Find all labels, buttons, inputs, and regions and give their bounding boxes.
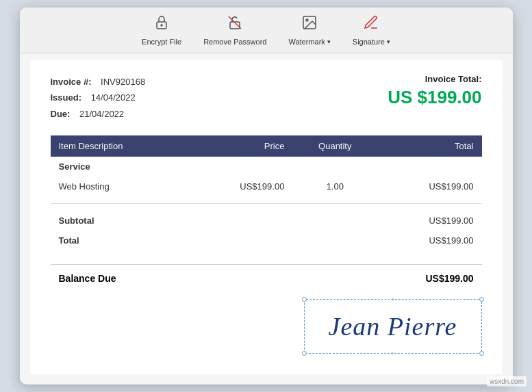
invoice-due-row: Due: 21/04/2022	[51, 106, 146, 122]
section-label: Service	[51, 157, 189, 177]
invoice-due-label: Due:	[51, 109, 71, 119]
table-row: Web Hosting US$199.00 1.00 US$199.00	[51, 177, 482, 196]
signature-box: Jean Pierre	[304, 299, 482, 354]
signature-button[interactable]: Signature ▾	[353, 14, 390, 46]
invoice-meta: Invoice #: INV920168 Issued: 14/04/2022 …	[51, 74, 146, 122]
invoice-content: Invoice #: INV920168 Issued: 14/04/2022 …	[30, 60, 503, 374]
invoice-due-value: 21/04/2022	[79, 109, 124, 119]
table-header-row: Item Description Price Quantity Total	[51, 135, 482, 157]
invoice-total-section: Invoice Total: US $199.00	[388, 74, 481, 108]
main-window: Encrypt File Remove Password	[20, 8, 513, 384]
encrypt-file-label: Encrypt File	[142, 38, 181, 46]
encrypt-file-button[interactable]: Encrypt File	[142, 14, 181, 46]
invoice-total-label: Invoice Total:	[388, 74, 481, 84]
svg-point-1	[161, 25, 162, 26]
table-row: Service	[51, 157, 482, 177]
total-row-label: Total	[51, 231, 378, 250]
toolbar: Encrypt File Remove Password	[20, 8, 513, 53]
corner-bl	[302, 351, 307, 356]
subtotal-label: Subtotal	[51, 211, 378, 231]
invoice-issued-row: Issued: 14/04/2022	[51, 90, 146, 105]
corner-tr	[479, 297, 484, 302]
invoice-number-label: Invoice #:	[51, 77, 92, 87]
signature-label: Signature ▾	[353, 38, 390, 46]
item-total: US$199.00	[377, 177, 481, 196]
remove-password-label: Remove Password	[203, 38, 266, 46]
invoice-table: Item Description Price Quantity Total Se…	[51, 135, 482, 250]
item-description: Web Hosting	[51, 177, 189, 196]
total-row: Total US$199.00	[51, 231, 482, 250]
watermark-button[interactable]: Watermark ▾	[288, 14, 330, 46]
subtotal-value: US$199.00	[377, 211, 481, 231]
invoice-number-row: Invoice #: INV920168	[51, 74, 146, 90]
balance-due-row: Balance Due US$199.00	[51, 264, 482, 292]
remove-password-button[interactable]: Remove Password	[203, 14, 266, 46]
total-row-value: US$199.00	[377, 231, 481, 250]
col-total: Total	[377, 135, 481, 157]
col-description: Item Description	[51, 135, 189, 157]
signature-area: Jean Pierre	[51, 299, 482, 354]
invoice-total-amount: US $199.00	[388, 87, 481, 108]
svg-point-5	[306, 19, 308, 21]
signature-arrow: ▾	[387, 38, 390, 45]
remove-password-icon	[227, 14, 243, 35]
item-quantity: 1.00	[292, 177, 377, 196]
invoice-header: Invoice #: INV920168 Issued: 14/04/2022 …	[51, 74, 482, 122]
item-price: US$199.00	[188, 177, 292, 196]
signature-icon	[363, 14, 379, 35]
corner-tl	[302, 297, 307, 302]
balance-due-value: US$199.00	[425, 273, 473, 284]
corner-br	[479, 351, 484, 356]
invoice-issued-label: Issued:	[51, 92, 82, 103]
col-price: Price	[188, 135, 292, 157]
watermark-icon	[301, 14, 318, 35]
invoice-issued-value: 14/04/2022	[91, 92, 136, 103]
subtotal-row: Subtotal US$199.00	[51, 211, 482, 231]
wsxdn-badge: wsxdn.com	[487, 376, 527, 387]
watermark-arrow: ▾	[327, 38, 331, 45]
encrypt-file-icon	[153, 14, 170, 35]
col-quantity: Quantity	[292, 135, 377, 157]
balance-due-label: Balance Due	[59, 273, 116, 284]
invoice-number-value: INV920168	[101, 77, 145, 87]
signature-text: Jean Pierre	[329, 311, 457, 341]
spacer-row	[51, 196, 482, 211]
watermark-label: Watermark ▾	[288, 38, 330, 46]
